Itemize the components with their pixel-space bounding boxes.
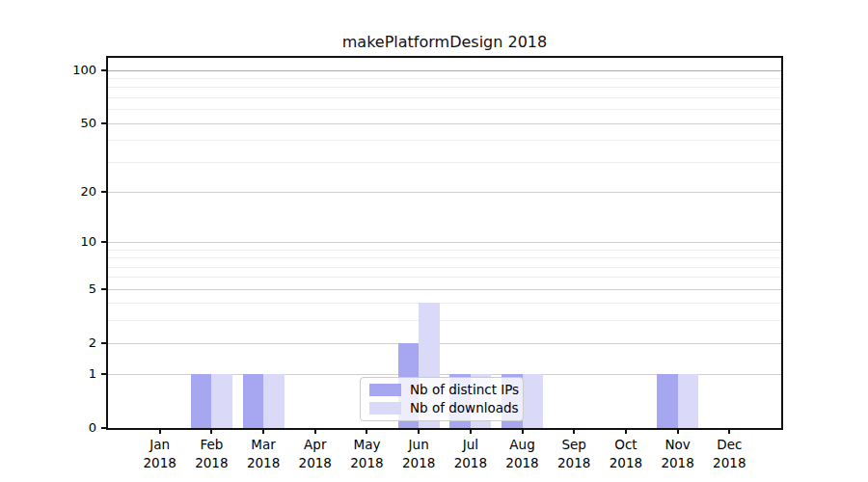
- x-tick-mark-oct-2018: [625, 428, 627, 434]
- x-tick-label-jul-2018: Jul2018: [444, 436, 498, 472]
- legend-label-distinct-ips: Nb of distinct IPs: [410, 383, 519, 397]
- bar-nb-of-downloads-nov-2018: [678, 374, 699, 428]
- y-tick-mark-5: [101, 288, 108, 290]
- legend-item-downloads: Nb of downloads: [369, 401, 514, 415]
- y-tick-mark-20: [101, 191, 108, 193]
- grid-line-minor-40: [108, 140, 781, 141]
- y-tick-mark-2: [101, 342, 108, 344]
- grid-line-major-10: [108, 242, 781, 243]
- bar-nb-of-downloads-feb-2018: [211, 374, 232, 428]
- grid-line-minor-4: [108, 303, 781, 304]
- x-tick-label-oct-2018: Oct2018: [599, 436, 653, 472]
- grid-line-minor-90: [108, 78, 781, 79]
- grid-line-minor-80: [108, 87, 781, 88]
- x-tick-mark-jul-2018: [470, 428, 472, 434]
- x-tick-label-jun-2018: Jun2018: [392, 436, 446, 472]
- legend-item-distinct-ips: Nb of distinct IPs: [369, 383, 514, 397]
- y-tick-mark-50: [101, 122, 108, 124]
- x-tick-label-feb-2018: Feb2018: [184, 436, 238, 472]
- legend-swatch-downloads-icon: [369, 402, 401, 415]
- chart-title: makePlatformDesign 2018: [108, 33, 781, 52]
- bar-nb-of-downloads-mar-2018: [263, 374, 285, 428]
- y-tick-label-50: 50: [35, 115, 96, 132]
- y-tick-mark-100: [101, 69, 108, 71]
- grid-line-minor-8: [108, 257, 781, 258]
- legend-label-downloads: Nb of downloads: [410, 401, 519, 415]
- y-tick-label-1: 1: [35, 365, 96, 383]
- y-tick-mark-0: [101, 427, 108, 429]
- grid-line-major-2: [108, 343, 781, 344]
- x-tick-mark-sep-2018: [573, 428, 575, 434]
- plot-area: [108, 58, 781, 428]
- y-tick-label-20: 20: [35, 183, 96, 201]
- x-tick-mark-mar-2018: [262, 428, 264, 434]
- grid-line-minor-30: [108, 162, 781, 163]
- x-tick-mark-dec-2018: [728, 428, 730, 434]
- y-tick-label-2: 2: [35, 335, 96, 352]
- y-tick-mark-1: [101, 373, 108, 375]
- download-stats-chart: makePlatformDesign 2018 0125102050100 Ja…: [0, 0, 868, 482]
- grid-line-minor-3: [108, 320, 781, 321]
- bar-nb-of-distinct-ips-feb-2018: [191, 374, 212, 428]
- bar-nb-of-downloads-aug-2018: [523, 374, 544, 428]
- x-tick-mark-aug-2018: [522, 428, 524, 434]
- x-tick-label-jan-2018: Jan2018: [133, 436, 187, 472]
- y-tick-label-5: 5: [35, 281, 96, 298]
- grid-line-minor-60: [108, 109, 781, 110]
- y-tick-label-100: 100: [35, 62, 96, 79]
- x-tick-mark-nov-2018: [677, 428, 679, 434]
- grid-line-minor-70: [108, 97, 781, 98]
- y-tick-label-0: 0: [35, 419, 96, 437]
- x-tick-mark-jun-2018: [418, 428, 420, 434]
- legend: Nb of distinct IPs Nb of downloads: [360, 377, 524, 421]
- legend-swatch-distinct-ips-icon: [369, 384, 401, 396]
- x-tick-label-sep-2018: Sep2018: [547, 436, 601, 472]
- x-tick-label-dec-2018: Dec2018: [702, 436, 756, 472]
- grid-line-major-20: [108, 192, 781, 193]
- y-tick-mark-10: [101, 241, 108, 243]
- x-tick-label-aug-2018: Aug2018: [496, 436, 550, 472]
- grid-line-major-100: [108, 70, 781, 71]
- grid-line-major-5: [108, 289, 781, 290]
- x-tick-mark-apr-2018: [314, 428, 316, 434]
- bar-nb-of-distinct-ips-nov-2018: [657, 374, 678, 428]
- grid-line-major-50: [108, 123, 781, 124]
- x-tick-label-nov-2018: Nov2018: [651, 436, 705, 472]
- x-tick-label-apr-2018: Apr2018: [288, 436, 342, 472]
- y-tick-label-10: 10: [35, 233, 96, 251]
- grid-line-minor-6: [108, 277, 781, 278]
- x-tick-mark-may-2018: [366, 428, 367, 434]
- bar-nb-of-distinct-ips-mar-2018: [243, 374, 264, 428]
- x-tick-mark-jan-2018: [159, 428, 161, 434]
- x-tick-label-may-2018: May2018: [339, 436, 393, 472]
- grid-line-minor-7: [108, 267, 781, 268]
- x-tick-label-mar-2018: Mar2018: [236, 436, 290, 472]
- grid-line-minor-9: [108, 250, 781, 251]
- x-tick-mark-feb-2018: [210, 428, 212, 434]
